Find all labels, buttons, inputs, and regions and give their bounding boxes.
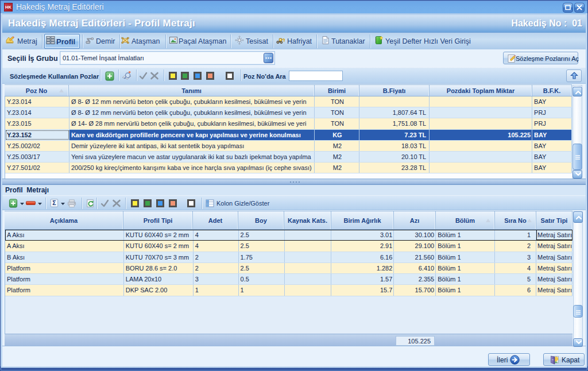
svg-text:Σ: Σ: [52, 199, 56, 206]
